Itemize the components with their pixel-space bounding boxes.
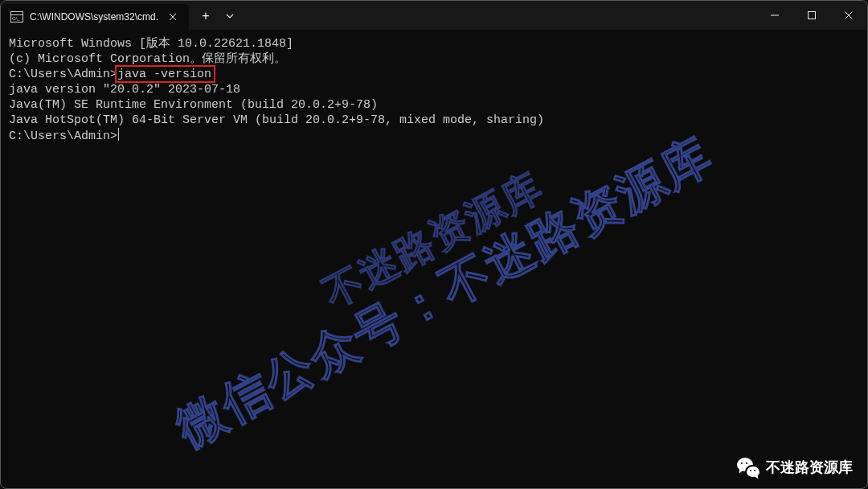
close-button[interactable]	[830, 1, 867, 30]
titlebar: C:\WINDOWS\system32\cmd. +	[1, 1, 867, 30]
terminal-body[interactable]: Microsoft Windows [版本 10.0.22621.1848](c…	[1, 30, 867, 488]
new-tab-button[interactable]: +	[194, 4, 218, 28]
highlighted-command: java -version	[117, 67, 211, 82]
tab-strip: C:\WINDOWS\system32\cmd.	[1, 1, 189, 30]
window-controls	[756, 1, 867, 30]
tab-title: C:\WINDOWS\system32\cmd.	[30, 11, 158, 23]
tab-close-button[interactable]	[165, 9, 181, 25]
tab-dropdown-button[interactable]	[218, 4, 242, 28]
wechat-badge: 不迷路资源库	[737, 458, 853, 477]
wechat-badge-text: 不迷路资源库	[766, 458, 853, 477]
wechat-icon	[737, 458, 760, 477]
cursor-caret	[118, 128, 119, 141]
tab-cmd[interactable]: C:\WINDOWS\system32\cmd.	[1, 4, 189, 30]
terminal-output: Microsoft Windows [版本 10.0.22621.1848](c…	[9, 36, 859, 144]
titlebar-drag-region[interactable]	[242, 1, 756, 30]
maximize-button[interactable]	[793, 1, 830, 30]
terminal-window: C:\WINDOWS\system32\cmd. + Microsoft Win	[0, 0, 868, 489]
svg-rect-0	[809, 12, 816, 19]
cmd-icon	[10, 11, 23, 23]
minimize-button[interactable]	[756, 1, 793, 30]
